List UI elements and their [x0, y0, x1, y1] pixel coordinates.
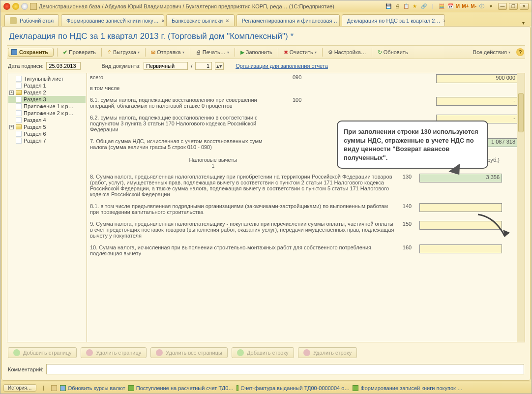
info-icon[interactable]: ⓘ — [478, 3, 485, 10]
value-input[interactable] — [419, 221, 502, 230]
check-button[interactable]: ✔Проверить — [61, 49, 98, 56]
status-label: Формирование записей книги покупок … — [360, 385, 463, 391]
tree-node[interactable]: Титульный лист — [8, 75, 86, 82]
label: Удалить все страницы — [166, 350, 222, 356]
fwd-nav-icon[interactable] — [12, 3, 19, 10]
save-label: Сохранить — [19, 49, 48, 55]
refresh-button[interactable]: ↻Обновить — [376, 49, 410, 56]
del-page-button[interactable]: Удалить страницу — [81, 347, 147, 358]
add-page-button[interactable]: Добавить страницу — [8, 347, 77, 358]
tree-node-selected[interactable]: Раздел 3 — [8, 96, 86, 103]
settings-button[interactable]: ⚙Настройка… — [326, 49, 368, 56]
tab-bank[interactable]: Банковские выписки× — [166, 14, 235, 26]
clear-icon: ✖ — [284, 49, 288, 56]
minimize-button[interactable]: — — [498, 3, 507, 10]
tree-node[interactable]: Приложение 1 к р… — [8, 103, 86, 110]
page-input[interactable] — [195, 62, 212, 70]
calendar-icon[interactable]: 📅 — [447, 3, 454, 10]
value-input[interactable]: 900 000 — [436, 74, 518, 83]
mem-m[interactable]: M — [456, 3, 460, 10]
page-icon — [16, 110, 22, 116]
disk-icon — [11, 49, 17, 55]
org-link[interactable]: Организации для заполнения отчета — [236, 63, 328, 69]
back-nav-icon[interactable] — [3, 3, 10, 10]
label: Добавить страницу — [23, 350, 71, 356]
scroll-thumb[interactable] — [518, 93, 524, 132]
page-icon — [16, 117, 22, 123]
all-actions-button[interactable]: Все действия▾ — [471, 49, 512, 55]
date-input[interactable] — [46, 62, 81, 70]
upload-button[interactable]: ⇧Выгрузка▾ — [105, 49, 142, 56]
clear-button[interactable]: ✖Очистить▾ — [282, 49, 319, 56]
scrollbar[interactable] — [517, 73, 525, 342]
print-icon[interactable]: 🖨 — [394, 3, 401, 10]
favorites-icon[interactable] — [30, 3, 37, 10]
tab-close-icon[interactable]: × — [226, 18, 229, 24]
del-all-pages-button[interactable]: Удалить все страницы — [150, 347, 228, 358]
add-row-button[interactable]: Добавить строку — [232, 347, 294, 358]
mem-mp[interactable]: M+ — [462, 3, 469, 10]
link-icon[interactable]: 🔗 — [420, 3, 427, 10]
tree-node[interactable]: Раздел 4 — [8, 117, 86, 123]
tree-node[interactable]: Приложение 2 к р… — [8, 110, 86, 117]
tab-desktop[interactable]: Рабочий стол — [4, 14, 59, 26]
tree-label: Титульный лист — [24, 76, 63, 82]
tab-close-icon[interactable]: × — [443, 18, 444, 24]
tree-node[interactable]: +Раздел 5 — [8, 123, 86, 130]
page-buttons: Добавить страницу Удалить страницу Удали… — [7, 344, 525, 361]
send-button[interactable]: ✉Отправка▾ — [149, 49, 186, 56]
history-button[interactable]: История… — [3, 384, 36, 392]
save-button[interactable]: Сохранить — [8, 48, 54, 57]
expand-icon[interactable]: + — [9, 91, 14, 95]
tree-node[interactable]: +Раздел 2 — [8, 89, 86, 96]
help-icon[interactable]: ? — [516, 48, 524, 56]
tab-close-icon[interactable]: × — [162, 18, 164, 24]
x-icon — [86, 349, 93, 356]
status-item[interactable]: Формирование записей книги покупок … — [353, 385, 463, 391]
printer-icon: 🖨 — [196, 49, 201, 55]
tree-label: Раздел 6 — [24, 131, 46, 137]
value-input[interactable] — [419, 244, 502, 253]
value-input[interactable]: - — [436, 97, 518, 106]
page-icon — [16, 131, 22, 137]
doctype-input[interactable] — [144, 62, 188, 70]
value-input[interactable] — [419, 203, 502, 212]
app-icon[interactable] — [51, 385, 57, 391]
main-area: Титульный лист Раздел 1 +Раздел 2 Раздел… — [7, 73, 525, 342]
status-item[interactable]: Счет-фактура выданный ТД00-0000004 о… — [236, 385, 350, 391]
del-row-button[interactable]: Удалить строку — [298, 347, 357, 358]
doc-icon — [128, 385, 134, 391]
send-icon: ✉ — [151, 49, 155, 56]
print-button[interactable]: 🖨Печать…▾ — [194, 49, 231, 55]
annotation-callout: При заполнении строки 130 используются с… — [337, 121, 488, 178]
tab-book-entries[interactable]: Формирование записей книги поку…× — [61, 14, 164, 26]
tab-reporting[interactable]: Регламентированная и финансовая …× — [236, 14, 340, 26]
status-item[interactable]: Поступление на расчетный счет ТД0… — [128, 385, 234, 391]
row-desc: 8.1. в том числе предъявленная подрядным… — [90, 203, 395, 215]
doc-icon — [353, 385, 358, 391]
fill-button[interactable]: ▶Заполнить — [238, 49, 274, 56]
label: Отправка — [157, 49, 181, 55]
tree-node[interactable]: Раздел 7 — [8, 137, 86, 144]
maximize-button[interactable]: ❐ — [509, 3, 518, 10]
copy-icon[interactable]: 📋 — [403, 3, 410, 10]
save-icon[interactable]: 💾 — [385, 3, 392, 10]
status-item[interactable]: Обновить курсы валют — [60, 385, 125, 391]
close-button[interactable]: ✕ — [520, 3, 529, 10]
chevron-down-icon: ▾ — [508, 50, 510, 55]
expand-icon[interactable]: + — [9, 125, 14, 129]
home-nav-icon[interactable] — [21, 3, 28, 10]
comment-input[interactable] — [46, 364, 524, 374]
calc-icon[interactable]: 🧮 — [438, 3, 445, 10]
info-drop-icon[interactable]: ▾ — [487, 3, 494, 10]
check-icon: ✔ — [63, 49, 67, 56]
tree-node[interactable]: Раздел 6 — [8, 130, 86, 137]
tree-label: Раздел 7 — [24, 138, 46, 144]
tree-node[interactable]: Раздел 1 — [8, 82, 86, 89]
star-icon[interactable]: ★ — [412, 3, 418, 10]
tree-label: Приложение 1 к р… — [24, 103, 74, 109]
tab-declaration[interactable]: Декларация по НДС за 1 квартал 2…× — [342, 14, 445, 26]
tabs-menu-icon[interactable]: ▾ — [520, 19, 527, 26]
spinner-icon[interactable]: ▴▾ — [215, 62, 224, 70]
mem-mm[interactable]: M- — [471, 3, 476, 10]
